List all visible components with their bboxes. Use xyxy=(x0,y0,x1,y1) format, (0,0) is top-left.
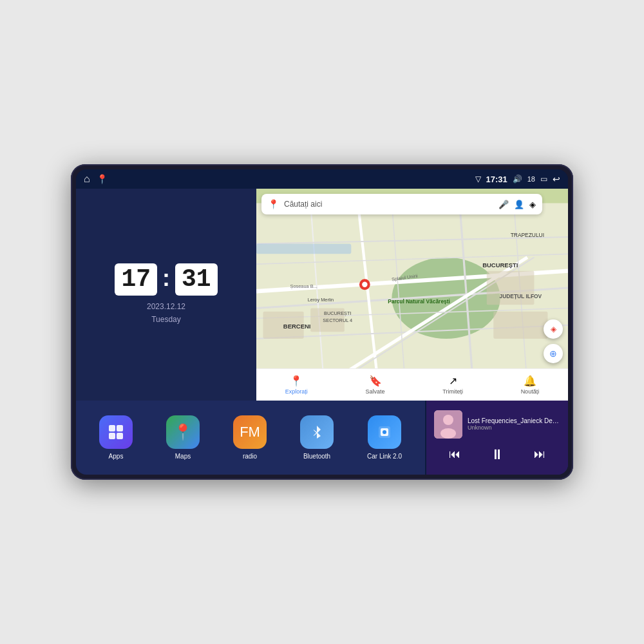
apps-label: Apps xyxy=(109,453,124,460)
car-headunit-device: ⌂ 📍 ▽ 17:31 🔊 18 ▭ ↩ 17 : xyxy=(71,164,573,480)
news-icon: 🔔 xyxy=(524,375,536,387)
svg-rect-18 xyxy=(487,271,535,305)
music-text: Lost Frequencies_Janieck Devy-... Unknow… xyxy=(468,417,560,431)
map-compass-button[interactable]: ◈ xyxy=(544,319,563,339)
bluetooth-label: Bluetooth xyxy=(303,453,330,460)
music-artist: Unknown xyxy=(468,424,560,431)
maps-label: Maps xyxy=(175,453,191,460)
news-label: Noutăți xyxy=(521,388,540,395)
saved-label: Salvate xyxy=(366,388,385,395)
compass-icon: ◈ xyxy=(551,325,556,334)
svg-text:JUDEȚUL ILFOV: JUDEȚUL ILFOV xyxy=(499,293,542,299)
music-player: Lost Frequencies_Janieck Devy-... Unknow… xyxy=(426,401,568,475)
svg-text:SECTORUL 4: SECTORUL 4 xyxy=(323,317,352,323)
apps-icon xyxy=(99,415,133,449)
svg-text:TRAPEZULUI: TRAPEZULUI xyxy=(511,232,544,238)
svg-rect-35 xyxy=(109,433,115,439)
apps-bar: Apps 📍 Maps FM radio xyxy=(76,401,425,475)
clock-panel: 17 : 31 2023.12.12 Tuesday xyxy=(76,189,256,401)
app-item-bluetooth[interactable]: Bluetooth xyxy=(300,415,334,460)
status-left-icons: ⌂ 📍 xyxy=(84,173,108,185)
carlink-icon xyxy=(368,415,401,449)
music-controls: ⏮ ⏸ ⏭ xyxy=(434,444,560,466)
main-content: 17 : 31 2023.12.12 Tuesday xyxy=(76,189,568,475)
svg-text:BERCENI: BERCENI xyxy=(283,323,311,330)
music-thumbnail xyxy=(434,410,462,439)
status-bar: ⌂ 📍 ▽ 17:31 🔊 18 ▭ ↩ xyxy=(76,169,568,189)
svg-text:BUCUREȘTI: BUCUREȘTI xyxy=(324,310,352,316)
explore-label: Explorați xyxy=(285,388,308,395)
svg-point-42 xyxy=(440,428,456,439)
maps-status-icon[interactable]: 📍 xyxy=(97,174,108,184)
music-play-button[interactable]: ⏸ xyxy=(485,444,509,466)
top-section: 17 : 31 2023.12.12 Tuesday xyxy=(76,189,568,401)
signal-icon: ▽ xyxy=(475,175,481,184)
volume-icon: 🔊 xyxy=(513,175,522,184)
app-item-radio[interactable]: FM radio xyxy=(233,415,267,460)
maps-icon: 📍 xyxy=(166,415,200,449)
svg-rect-36 xyxy=(117,433,123,439)
app-item-maps[interactable]: 📍 Maps xyxy=(166,415,200,460)
map-panel[interactable]: Parcul Natural Văcărești BUCUREȘTI JUDEȚ… xyxy=(256,189,568,401)
map-search-text[interactable]: Căutați aici xyxy=(284,200,493,209)
send-label: Trimiteți xyxy=(442,388,463,395)
svg-rect-33 xyxy=(109,425,115,431)
svg-point-32 xyxy=(362,282,367,287)
map-mic-icon[interactable]: 🎤 xyxy=(498,200,509,209)
bluetooth-icon xyxy=(300,415,334,449)
map-search-bar[interactable]: 📍 Căutați aici 🎤 👤 ◈ xyxy=(261,194,542,214)
svg-rect-34 xyxy=(117,425,123,431)
volume-level: 18 xyxy=(527,175,535,183)
map-avatar-icon[interactable]: 👤 xyxy=(514,200,524,209)
saved-icon: 🔖 xyxy=(369,375,382,387)
device-screen: ⌂ 📍 ▽ 17:31 🔊 18 ▭ ↩ 17 : xyxy=(76,169,568,475)
music-title: Lost Frequencies_Janieck Devy-... xyxy=(468,417,560,424)
radio-label: radio xyxy=(243,453,257,460)
map-location-button[interactable]: ⊕ xyxy=(544,344,563,363)
music-next-button[interactable]: ⏭ xyxy=(529,445,551,464)
map-nav-news[interactable]: 🔔 Noutăți xyxy=(521,375,540,395)
svg-rect-15 xyxy=(256,244,351,254)
clock-minute: 31 xyxy=(175,263,218,296)
back-icon[interactable]: ↩ xyxy=(553,174,560,184)
music-prev-button[interactable]: ⏮ xyxy=(444,445,466,464)
location-icon: ⊕ xyxy=(549,348,557,359)
status-right-info: ▽ 17:31 🔊 18 ▭ ↩ xyxy=(475,174,561,184)
google-maps-logo-icon: 📍 xyxy=(268,199,279,209)
map-layers-icon[interactable]: ◈ xyxy=(529,200,536,209)
map-bottom-bar: 📍 Explorați 🔖 Salvate ↗ Trimiteți 🔔 xyxy=(256,368,568,401)
radio-icon: FM xyxy=(233,415,267,449)
clock-colon: : xyxy=(162,265,170,292)
svg-text:Șoseaua B...: Șoseaua B... xyxy=(290,283,317,289)
svg-point-41 xyxy=(443,415,453,425)
music-info-row: Lost Frequencies_Janieck Devy-... Unknow… xyxy=(434,410,560,439)
map-nav-send[interactable]: ↗ Trimiteți xyxy=(442,375,463,395)
map-nav-explore[interactable]: 📍 Explorați xyxy=(285,375,308,395)
explore-icon: 📍 xyxy=(290,375,303,387)
carlink-label: Car Link 2.0 xyxy=(367,453,402,460)
clock-hour: 17 xyxy=(115,263,157,296)
map-nav-saved[interactable]: 🔖 Salvate xyxy=(366,375,385,395)
clock-date: 2023.12.12 Tuesday xyxy=(147,301,185,325)
status-time: 17:31 xyxy=(486,175,507,184)
battery-icon: ▭ xyxy=(540,175,547,184)
home-icon[interactable]: ⌂ xyxy=(84,173,90,185)
app-item-carlink[interactable]: Car Link 2.0 xyxy=(367,415,402,460)
app-item-apps[interactable]: Apps xyxy=(99,415,133,460)
bottom-section: Apps 📍 Maps FM radio xyxy=(76,401,568,475)
svg-rect-19 xyxy=(493,312,547,339)
send-icon: ↗ xyxy=(449,375,457,387)
svg-text:BUCUREȘTI: BUCUREȘTI xyxy=(482,261,518,269)
svg-point-39 xyxy=(383,430,386,434)
svg-text:Parcul Natural Văcărești: Parcul Natural Văcărești xyxy=(388,298,450,305)
clock-display: 17 : 31 xyxy=(115,263,217,296)
svg-text:Leroy Merlin: Leroy Merlin xyxy=(308,297,334,303)
